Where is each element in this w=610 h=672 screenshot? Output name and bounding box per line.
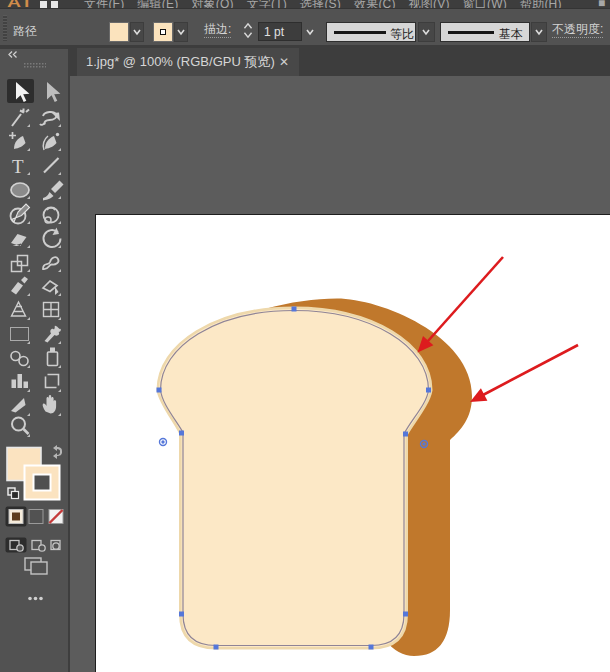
svg-text:T: T (12, 156, 24, 177)
